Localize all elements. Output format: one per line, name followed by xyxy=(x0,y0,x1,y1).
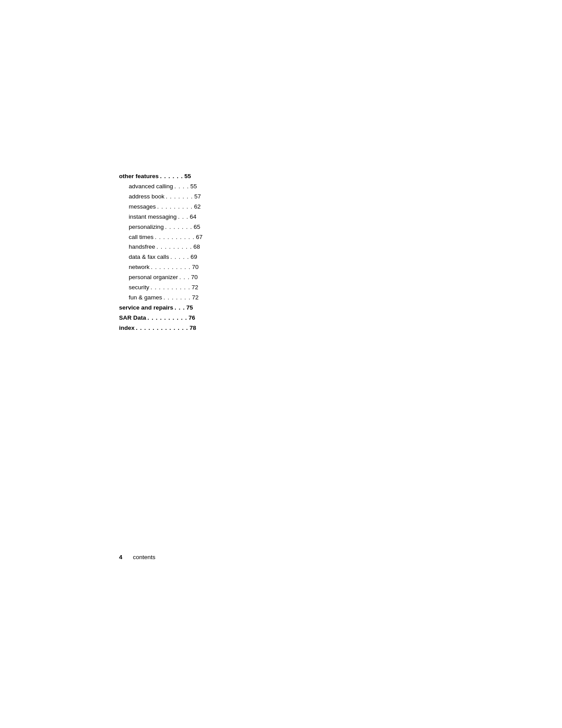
toc-page-number: 65 xyxy=(194,223,202,232)
toc-label: SAR Data xyxy=(119,314,146,323)
toc-label: network xyxy=(129,263,149,272)
footer-page-number: 4 xyxy=(119,554,123,560)
toc-dots: . . . xyxy=(175,303,185,313)
toc-label: service and repairs xyxy=(119,303,173,313)
toc-dots: . . . . . . . . . . xyxy=(148,314,187,323)
toc-item: personal organizer. . .70 xyxy=(119,273,205,282)
toc-dots: . . . . . . . . . . xyxy=(155,233,194,242)
toc-label: other features xyxy=(119,172,159,181)
toc-item: other features . . . . . .55 xyxy=(119,172,205,181)
toc-label: advanced calling xyxy=(129,182,173,191)
toc-page-number: 64 xyxy=(190,213,199,222)
footer-label: contents xyxy=(133,554,156,560)
toc-dots: . . . . . . . . . . . . . xyxy=(136,324,188,333)
toc-page-number: 78 xyxy=(190,324,198,333)
toc-label: handsfree xyxy=(129,243,155,252)
toc-label: security xyxy=(129,283,149,292)
toc-dots: . . . . . . . . . xyxy=(156,243,192,252)
toc-page-number: 70 xyxy=(192,263,201,272)
toc-page-number: 70 xyxy=(191,273,200,282)
toc-item: service and repairs . . .75 xyxy=(119,303,205,313)
toc-item: personalizing . . . . . . .65 xyxy=(119,223,205,232)
toc-item: network. . . . . . . . . .70 xyxy=(119,263,205,272)
toc-dots: . . . . . . . xyxy=(166,192,193,202)
toc-label: instant messaging xyxy=(129,213,177,222)
toc-item: index . . . . . . . . . . . . .78 xyxy=(119,324,205,333)
toc-item: data & fax calls . . . . .69 xyxy=(119,253,205,262)
page-footer: 4 contents xyxy=(119,554,156,560)
toc-dots: . . . . . . . . . . xyxy=(151,283,190,292)
toc-page-number: 76 xyxy=(189,314,197,323)
toc-label: personal organizer xyxy=(129,273,178,282)
toc-label: personalizing xyxy=(129,223,164,232)
toc-dots: . . . xyxy=(179,273,190,282)
toc-page-number: 57 xyxy=(194,192,203,202)
toc-dots: . . . . . . . xyxy=(164,293,191,302)
toc-label: call times xyxy=(129,233,153,242)
toc-item: fun & games . . . . . . .72 xyxy=(119,293,205,302)
toc-item: call times. . . . . . . . . .67 xyxy=(119,233,205,242)
table-of-contents: other features . . . . . .55advanced cal… xyxy=(119,172,205,334)
toc-label: data & fax calls xyxy=(129,253,169,262)
toc-label: messages xyxy=(129,202,156,212)
toc-page-number: 55 xyxy=(184,172,193,181)
page: other features . . . . . .55advanced cal… xyxy=(0,0,562,728)
toc-item: address book. . . . . . .57 xyxy=(119,192,205,202)
toc-dots: . . . . . xyxy=(171,253,190,262)
toc-item: handsfree . . . . . . . . .68 xyxy=(119,243,205,252)
toc-page-number: 68 xyxy=(194,243,202,252)
toc-page-number: 62 xyxy=(194,202,203,212)
toc-label: address book xyxy=(129,192,164,202)
toc-label: fun & games xyxy=(129,293,162,302)
toc-item: instant messaging. . .64 xyxy=(119,213,205,222)
toc-page-number: 69 xyxy=(190,253,199,262)
toc-dots: . . . . . . xyxy=(160,172,183,181)
toc-item: security . . . . . . . . . .72 xyxy=(119,283,205,292)
toc-page-number: 72 xyxy=(192,283,201,292)
toc-dots: . . . xyxy=(178,213,189,222)
toc-dots: . . . . . . . . . xyxy=(157,202,193,212)
toc-dots: . . . . . . . . . . xyxy=(151,263,190,272)
toc-page-number: 72 xyxy=(192,293,201,302)
toc-item: SAR Data . . . . . . . . . .76 xyxy=(119,314,205,323)
toc-page-number: 67 xyxy=(196,233,205,242)
toc-label: index xyxy=(119,324,134,333)
toc-item: advanced calling . . . .55 xyxy=(119,182,205,191)
toc-page-number: 75 xyxy=(186,303,195,313)
toc-page-number: 55 xyxy=(190,182,199,191)
toc-dots: . . . . xyxy=(175,182,189,191)
toc-item: messages . . . . . . . . .62 xyxy=(119,202,205,212)
toc-dots: . . . . . . . xyxy=(165,223,193,232)
